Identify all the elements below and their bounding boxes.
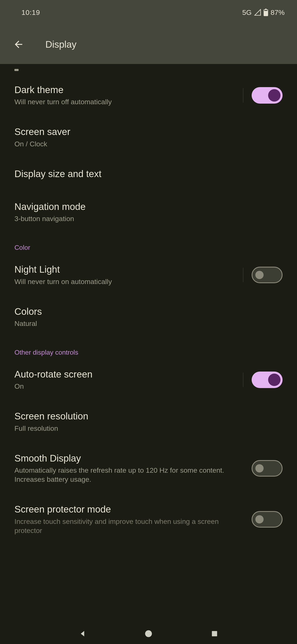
smooth-display-toggle[interactable] bbox=[252, 460, 283, 476]
section-header-other: Other display controls bbox=[0, 338, 297, 359]
setting-title: Auto-rotate screen bbox=[14, 369, 237, 380]
signal-icon bbox=[254, 9, 261, 16]
circle-home-icon bbox=[144, 629, 153, 638]
divider bbox=[243, 88, 243, 102]
setting-title: Smooth Display bbox=[14, 453, 225, 464]
arrow-left-icon bbox=[13, 39, 24, 50]
battery-icon bbox=[264, 9, 268, 16]
setting-screen-resolution[interactable]: Screen resolution Full resolution bbox=[0, 401, 297, 442]
setting-title: Screen saver bbox=[14, 126, 283, 138]
divider bbox=[243, 268, 243, 282]
setting-subtitle: Natural bbox=[14, 319, 283, 328]
triangle-back-icon bbox=[78, 630, 87, 638]
page-title: Display bbox=[45, 39, 76, 50]
setting-title: Navigation mode bbox=[14, 201, 283, 212]
nav-back-button[interactable] bbox=[77, 628, 88, 639]
svg-rect-1 bbox=[265, 9, 267, 10]
setting-title: Display size and text bbox=[14, 168, 283, 180]
setting-smooth-display[interactable]: Smooth Display Automatically raises the … bbox=[0, 443, 297, 494]
system-nav-bar bbox=[0, 623, 297, 644]
setting-display-size-text[interactable]: Display size and text bbox=[0, 158, 297, 191]
svg-rect-4 bbox=[212, 631, 217, 636]
status-right: 5G 87% bbox=[242, 8, 285, 16]
setting-navigation-mode[interactable]: Navigation mode 3-button navigation bbox=[0, 191, 297, 233]
screen-protector-toggle[interactable] bbox=[252, 511, 283, 528]
setting-subtitle: On / Clock bbox=[14, 139, 283, 148]
settings-list: Dark theme Will never turn off automatic… bbox=[0, 64, 297, 545]
svg-point-3 bbox=[145, 630, 152, 637]
status-time: 10:19 bbox=[21, 8, 40, 16]
setting-title: Screen protector mode bbox=[14, 504, 225, 515]
nav-home-button[interactable] bbox=[143, 628, 154, 639]
divider bbox=[243, 372, 243, 387]
svg-rect-2 bbox=[264, 10, 268, 11]
setting-colors[interactable]: Colors Natural bbox=[0, 296, 297, 338]
status-battery: 87% bbox=[271, 8, 285, 16]
setting-dark-theme[interactable]: Dark theme Will never turn off automatic… bbox=[0, 74, 297, 116]
setting-auto-rotate[interactable]: Auto-rotate screen On bbox=[0, 359, 297, 401]
setting-screen-saver[interactable]: Screen saver On / Clock bbox=[0, 116, 297, 158]
setting-subtitle: Full resolution bbox=[14, 424, 283, 433]
square-recent-icon bbox=[211, 630, 218, 638]
back-button[interactable] bbox=[12, 38, 25, 50]
app-bar: Display bbox=[0, 25, 297, 64]
section-header-color: Color bbox=[0, 233, 297, 254]
setting-subtitle: Will never turn on automatically bbox=[14, 277, 237, 286]
setting-title: Colors bbox=[14, 306, 283, 317]
setting-title: Night Light bbox=[14, 264, 237, 275]
setting-subtitle: Automatically raises the refresh rate up… bbox=[14, 466, 225, 484]
nav-recent-button[interactable] bbox=[209, 628, 220, 639]
partial-previous-row bbox=[0, 64, 297, 74]
night-light-toggle[interactable] bbox=[252, 267, 283, 283]
dark-theme-toggle[interactable] bbox=[252, 87, 283, 104]
setting-screen-protector[interactable]: Screen protector mode Increase touch sen… bbox=[0, 494, 297, 545]
status-bar: 10:19 5G 87% bbox=[0, 0, 297, 25]
setting-subtitle: Will never turn off automatically bbox=[14, 97, 237, 106]
setting-subtitle: On bbox=[14, 382, 237, 391]
setting-title: Screen resolution bbox=[14, 410, 283, 422]
setting-subtitle: Increase touch sensitivity and improve t… bbox=[14, 517, 225, 535]
auto-rotate-toggle[interactable] bbox=[252, 372, 283, 388]
setting-title: Dark theme bbox=[14, 84, 237, 96]
setting-night-light[interactable]: Night Light Will never turn on automatic… bbox=[0, 254, 297, 296]
setting-subtitle: 3-button navigation bbox=[14, 214, 283, 223]
status-network: 5G bbox=[242, 8, 252, 16]
